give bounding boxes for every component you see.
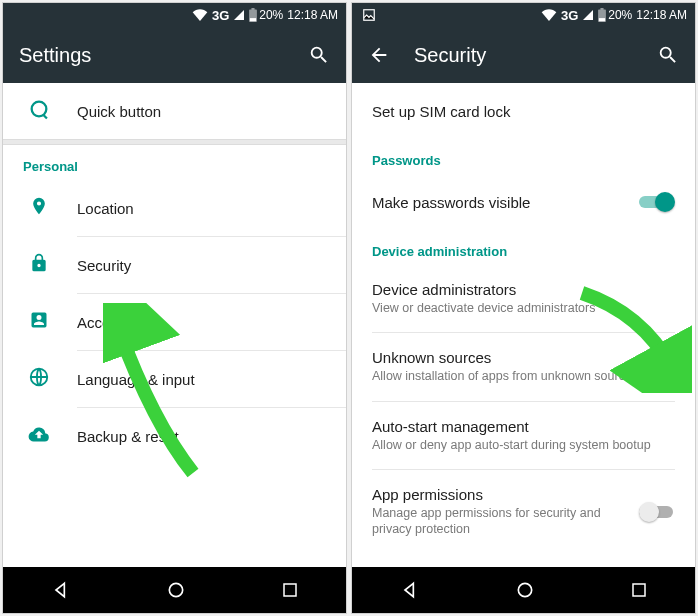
row-device-admins[interactable]: Device administrators View or deactivate… [352,265,695,332]
wifi-icon [541,9,557,21]
make-pw-visible-label: Make passwords visible [372,194,639,211]
recents-nav-icon[interactable] [281,581,299,599]
auto-start-sub: Allow or deny app auto-start during syst… [372,437,675,453]
unknown-sources-sub: Allow installation of apps from unknown … [372,368,639,384]
unknown-sources-title: Unknown sources [372,349,639,366]
signal-icon [233,9,245,21]
search-icon[interactable] [308,44,330,66]
svg-point-4 [169,583,182,596]
page-title: Security [414,44,486,67]
app-permissions-title: App permissions [372,486,639,503]
security-screen: 3G 20% 12:18 AM Security Set up SIM card… [351,2,696,614]
section-device-admin: Device administration [352,230,695,265]
make-pw-visible-toggle[interactable] [639,192,675,212]
backup-label: Backup & reset [77,428,326,445]
row-app-permissions[interactable]: App permissions Manage app permissions f… [352,470,695,554]
svg-point-8 [518,583,531,596]
svg-point-1 [32,102,47,117]
network-label: 3G [561,8,578,23]
row-location[interactable]: Location [3,180,346,236]
language-label: Language & input [77,371,326,388]
battery-icon [249,8,257,22]
recents-nav-icon[interactable] [630,581,648,599]
auto-start-title: Auto-start management [372,418,675,435]
row-sim-lock[interactable]: Set up SIM card lock [352,83,695,139]
section-personal: Personal [3,145,346,180]
location-icon [23,194,55,222]
status-bar: 3G 20% 12:18 AM [352,3,695,27]
backup-icon [23,424,55,448]
accounts-label: Accounts [77,314,326,331]
security-list: Set up SIM card lock Passwords Make pass… [352,83,695,567]
back-nav-icon[interactable] [51,580,71,600]
search-icon[interactable] [657,44,679,66]
signal-icon [582,9,594,21]
app-permissions-toggle[interactable] [639,502,675,522]
sim-lock-label: Set up SIM card lock [372,103,675,120]
globe-icon [23,366,55,392]
row-auto-start[interactable]: Auto-start management Allow or deny app … [352,402,695,469]
page-title: Settings [19,44,91,67]
home-nav-icon[interactable] [166,580,186,600]
quick-button-label: Quick button [77,103,326,120]
settings-list: Quick button Personal Location Security … [3,83,346,567]
battery-percent: 20% [259,8,283,22]
svg-rect-0 [250,18,256,21]
nav-bar [3,567,346,613]
status-bar: 3G 20% 12:18 AM [3,3,346,27]
back-icon[interactable] [368,44,390,66]
home-nav-icon[interactable] [515,580,535,600]
quick-button-icon [23,98,55,124]
svg-rect-5 [284,584,296,596]
svg-rect-7 [599,18,605,21]
app-permissions-sub: Manage app permissions for security and … [372,505,639,538]
clock: 12:18 AM [287,8,338,22]
svg-rect-9 [633,584,645,596]
nav-bar [352,567,695,613]
battery-percent: 20% [608,8,632,22]
back-nav-icon[interactable] [400,580,420,600]
lock-icon [23,252,55,278]
settings-screen: 3G 20% 12:18 AM Settings Quick button Pe… [2,2,347,614]
battery-icon [598,8,606,22]
app-bar: Settings [3,27,346,83]
security-label: Security [77,257,326,274]
row-backup[interactable]: Backup & reset [3,408,346,464]
row-unknown-sources[interactable]: Unknown sources Allow installation of ap… [352,333,695,400]
device-admins-sub: View or deactivate device administrators [372,300,675,316]
location-label: Location [77,200,326,217]
section-passwords: Passwords [352,139,695,174]
app-bar: Security [352,27,695,83]
clock: 12:18 AM [636,8,687,22]
wifi-icon [192,9,208,21]
row-language[interactable]: Language & input [3,351,346,407]
row-quick-button[interactable]: Quick button [3,83,346,139]
unknown-sources-toggle[interactable] [639,357,675,377]
row-make-pw-visible[interactable]: Make passwords visible [352,174,695,230]
device-admins-title: Device administrators [372,281,675,298]
accounts-icon [23,310,55,334]
row-security[interactable]: Security [3,237,346,293]
screenshot-icon [362,8,376,22]
network-label: 3G [212,8,229,23]
row-accounts[interactable]: Accounts [3,294,346,350]
